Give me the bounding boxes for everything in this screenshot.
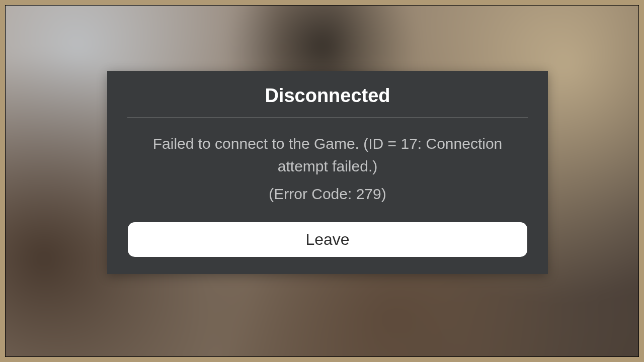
dialog-title: Disconnected [126, 85, 529, 118]
dialog-message: Failed to connect to the Game. (ID = 17:… [126, 118, 529, 183]
outer-frame: Disconnected Failed to connect to the Ga… [5, 5, 639, 357]
leave-button[interactable]: Leave [128, 222, 527, 257]
disconnect-dialog: Disconnected Failed to connect to the Ga… [107, 71, 548, 274]
dialog-error-code: (Error Code: 279) [126, 183, 529, 219]
